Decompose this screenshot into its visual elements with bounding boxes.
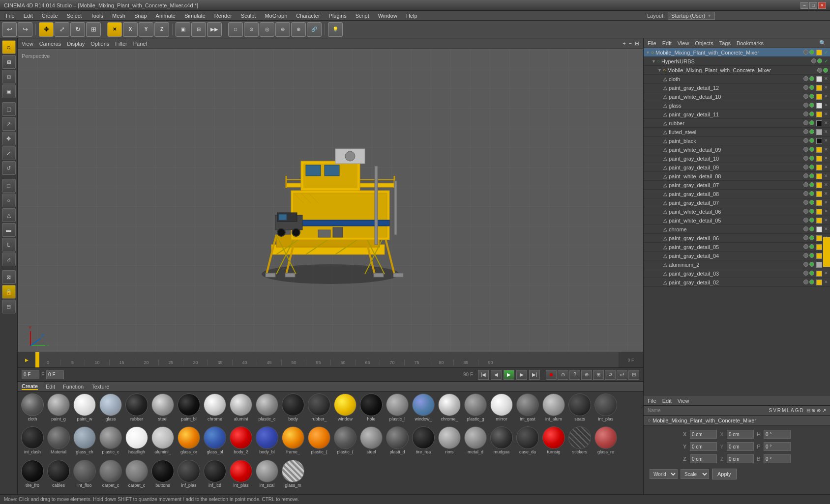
obj-row-pwhi-09[interactable]: △ paint_white_detail_09 ✕ — [644, 145, 830, 154]
object-btn[interactable]: □ — [228, 22, 243, 37]
obj-row-alum2[interactable]: △ aluminium_2 ✕ — [644, 260, 830, 269]
obj-row-pgra-04[interactable]: △ paint_gray_detail_04 ✕ — [644, 252, 830, 260]
menu-plugins[interactable]: Plugins — [325, 12, 351, 20]
magnet-btn[interactable]: ⊟ — [2, 300, 16, 313]
mat-steel[interactable]: steel — [150, 393, 176, 426]
mat-tire-rea[interactable]: tire_rea — [411, 426, 436, 459]
mat-int-plas[interactable]: int_plas — [593, 393, 619, 426]
obj-dot-5[interactable] — [817, 68, 822, 73]
coord-x-pos[interactable] — [690, 430, 717, 439]
move-btn[interactable]: ✥ — [2, 132, 16, 145]
mat-material[interactable]: Material — [46, 426, 71, 459]
mat-int-plas2[interactable]: int_plas — [228, 460, 254, 492]
menu-sculpt[interactable]: Sculpt — [237, 12, 260, 20]
mat-glass-re[interactable]: glass_re — [593, 426, 619, 459]
next-frame-button[interactable]: ▶ — [516, 370, 527, 380]
maximize-button[interactable]: □ — [809, 2, 817, 9]
menu-tools[interactable]: Tools — [87, 12, 107, 20]
mat-rims[interactable]: rims — [437, 426, 462, 459]
play-button[interactable]: ▶ — [504, 370, 514, 380]
coord-z-rot[interactable] — [764, 454, 791, 463]
mat-body[interactable]: body — [280, 393, 306, 426]
obj-row-pgra-07[interactable]: △ paint_gray_detail_07 ✕ — [644, 181, 830, 190]
obj-row-glass[interactable]: △ glass ✕ — [644, 101, 830, 110]
obj-row-pgra-09[interactable]: △ paint_gray_detail_09 ✕ — [644, 163, 830, 172]
obj-row-pgra-02[interactable]: △ paint_gray_detail_02 ✕ — [644, 278, 830, 287]
mat-glass[interactable]: glass — [98, 393, 123, 426]
obj-row-pgra-05[interactable]: △ paint_gray_detail_05 ✕ — [644, 243, 830, 252]
select-live-btn[interactable]: ↗ — [2, 117, 16, 131]
poly-mode-btn[interactable]: ▣ — [2, 84, 16, 98]
obj-row-pgra-07b[interactable]: △ paint_gray_detail_07 ✕ — [644, 198, 830, 207]
mat-paint-black[interactable]: paint_bl — [176, 393, 202, 426]
mat-glass-or[interactable]: glass_or — [176, 426, 202, 459]
viewport-menu-display[interactable]: Display — [67, 41, 85, 47]
mat-int-gast[interactable]: int_gast — [515, 393, 540, 426]
obj-menu-edit[interactable]: Edit — [662, 40, 672, 46]
attr-menu-view[interactable]: View — [678, 398, 689, 404]
obj-row-main[interactable]: ▼ ○ Mobile_Mixing_Plant_with_Concrete_Mi… — [644, 66, 830, 75]
menu-help[interactable]: Help — [402, 12, 421, 20]
coord-y-pos[interactable] — [690, 442, 717, 451]
paint-btn[interactable]: 🔒 — [2, 285, 16, 299]
point-mode-button[interactable]: X — [123, 22, 138, 37]
transform-mode-select[interactable]: Scale Move Rotate — [681, 469, 709, 479]
mat-plastic-l[interactable]: plastic_l — [385, 393, 410, 426]
obj-row-root[interactable]: ▼ ○ Mobile_Mixing_Plant_with_Concrete_Mi… — [644, 48, 830, 57]
menu-mograph[interactable]: MoGraph — [261, 12, 291, 20]
transform-space-select[interactable]: World Object Local — [650, 469, 678, 479]
mat-cloth[interactable]: cloth — [20, 393, 45, 426]
mat-buttons[interactable]: buttons — [150, 460, 176, 492]
viewport-menu-view[interactable]: View — [22, 41, 33, 47]
coord-z-pos[interactable] — [690, 454, 717, 463]
obj-row-paint-12[interactable]: △ paint_gray_detail_12 ✕ — [644, 84, 830, 92]
render-preview-button[interactable]: ▶▶ — [207, 22, 222, 37]
attr-btn-v[interactable]: V — [773, 408, 776, 413]
mat-hole[interactable]: hole — [358, 393, 384, 426]
mat-int-alum[interactable]: int_alum — [541, 393, 566, 426]
expand-button[interactable]: ⊟ — [628, 370, 639, 380]
mat-cables[interactable]: cables — [46, 460, 71, 492]
menu-file[interactable]: File — [2, 12, 19, 20]
viewport-menu-panel[interactable]: Panel — [133, 41, 147, 47]
obj-row-rubber[interactable]: △ rubber ✕ — [644, 119, 830, 128]
mat-plastic-g[interactable]: plastic_g — [463, 393, 488, 426]
obj-row-pgra-08[interactable]: △ paint_gray_detail_08 ✕ — [644, 190, 830, 198]
move-tool-button[interactable]: ✥ — [39, 22, 54, 37]
mat-glass-m[interactable]: glass_m — [280, 460, 306, 492]
mat-aluminium[interactable]: alumini — [228, 393, 254, 426]
obj-row-pwhi-06[interactable]: △ paint_white_detail_06 ✕ — [644, 207, 830, 216]
attr-btn-m[interactable]: M — [782, 408, 786, 413]
mat-metal-d[interactable]: metal_d — [463, 426, 488, 459]
mat-chrome2[interactable]: chrome_ — [437, 393, 462, 426]
scene-btn[interactable]: 💡 — [328, 22, 343, 37]
mat-rubber[interactable]: rubber — [124, 393, 149, 426]
obj-row-pgra-03[interactable]: △ paint_gray_detail_03 ✕ — [644, 269, 830, 278]
mat-window2[interactable]: window_ — [411, 393, 436, 426]
spline-btn[interactable]: ⊙ — [244, 22, 259, 37]
menu-create[interactable]: Create — [38, 12, 62, 20]
mat-inf-lcd[interactable]: inf_lcd — [202, 460, 228, 492]
mat-paint-white[interactable]: paint_w — [72, 393, 97, 426]
obj-menu-objects[interactable]: Objects — [695, 40, 713, 46]
measure-btn[interactable]: ⊿ — [2, 252, 16, 266]
obj-row-fluted[interactable]: △ fluted_steel ✕ — [644, 128, 830, 137]
deformer-btn[interactable]: ⊛ — [275, 22, 290, 37]
obj-row-cloth[interactable]: △ cloth ✕ — [644, 75, 830, 84]
coord-x-rot[interactable] — [764, 430, 791, 439]
edge-mode-button[interactable]: Y — [139, 22, 153, 37]
fps-input[interactable] — [46, 370, 64, 379]
mat-mirror[interactable]: mirror — [489, 393, 514, 426]
obj-menu-tags[interactable]: Tags — [719, 40, 731, 46]
mat-headligh[interactable]: headligh — [124, 426, 149, 459]
menu-animate[interactable]: Animate — [152, 12, 179, 20]
menu-window[interactable]: Window — [374, 12, 401, 20]
mat-glass-ch[interactable]: glass_ch — [72, 426, 97, 459]
prev-frame-button[interactable]: ◀ — [491, 370, 502, 380]
menu-render[interactable]: Render — [210, 12, 236, 20]
redo-button[interactable]: ↪ — [18, 22, 32, 37]
mat-seats[interactable]: seats — [567, 393, 593, 426]
coord-x-size[interactable] — [727, 430, 754, 439]
camera-btn[interactable]: L — [2, 238, 16, 252]
attr-btn-a[interactable]: A — [791, 408, 794, 413]
